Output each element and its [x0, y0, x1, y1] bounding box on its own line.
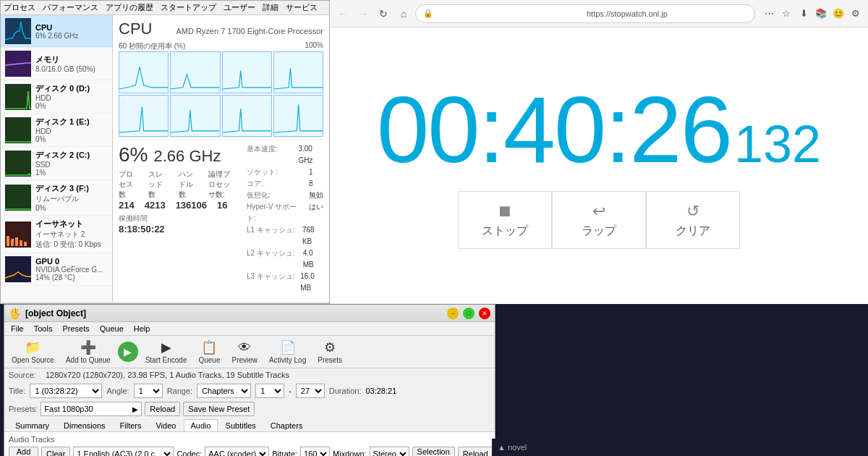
sidebar-item-disk3[interactable]: ディスク 3 (F:) リムーバブル 0% [1, 180, 112, 216]
audio-track-select[interactable]: 1 English (AC3) (2.0 c... [73, 447, 174, 456]
start-encode-play-button[interactable]: ▶ [118, 342, 138, 362]
tab-chapters[interactable]: Chapters [264, 419, 310, 431]
sidebar-item-disk0[interactable]: ディスク 0 (D:) HDD 0% [1, 80, 112, 114]
extensions-button[interactable]: ⋯ [761, 6, 777, 22]
range-label: Range: [167, 387, 192, 395]
sidebar-item-disk1[interactable]: ディスク 1 (E:) HDD 0% [1, 114, 112, 147]
angle-select[interactable]: 1 [134, 384, 163, 398]
save-preset-button[interactable]: Save New Preset [183, 402, 255, 416]
home-button[interactable]: ⌂ [395, 5, 412, 22]
graph-max: 100% [305, 41, 323, 51]
tab-video[interactable]: Video [149, 419, 182, 431]
bitrate-select[interactable]: 160 [300, 447, 330, 456]
open-source-icon: 📁 [25, 339, 41, 355]
cpu-maxspeed-label: 基本速度: [247, 143, 294, 166]
settings-button[interactable]: ⚙ [848, 6, 864, 22]
audio-reload-button[interactable]: Reload [458, 447, 493, 456]
cpu-speed: 2.66 GHz [153, 147, 221, 166]
start-encode-button[interactable]: ▶ Start Encode [141, 338, 192, 366]
preset-arrow-icon[interactable]: ▶ [129, 405, 141, 413]
tab-summary[interactable]: Summary [9, 419, 56, 431]
hb-menu-queue[interactable]: Queue [98, 324, 126, 334]
preview-icon: 👁 [238, 340, 251, 355]
presets-toolbar-button[interactable]: ⚙ Presets [313, 338, 346, 366]
stop-button[interactable]: ⏹ ストップ [458, 191, 552, 249]
download-button[interactable]: ⬇ [796, 6, 812, 22]
sidebar-item-memory[interactable]: メモリ 8.0/16.0 GB (50%) [1, 48, 112, 80]
sidebar-item-ethernet[interactable]: イーサネット イーサネット 2 送信: 0 受信: 0 Kbps [1, 216, 112, 253]
menu-app-history[interactable]: アプリの履歴 [106, 2, 153, 13]
activity-log-button[interactable]: 📄 Activity Log [265, 338, 310, 366]
cpu-l2-label: L2 キャッシュ: [247, 248, 299, 271]
range-from-select[interactable]: 1 [255, 384, 284, 398]
lap-button[interactable]: ↩ ラップ [552, 191, 646, 249]
cpu-processes-label: プロセス数 [119, 169, 134, 200]
sidebar-item-gpu[interactable]: GPU 0 NVIDIA GeForce G... 14% (28 °C) [1, 253, 112, 286]
hb-menu-help[interactable]: Help [132, 324, 153, 334]
reload-preset-button[interactable]: Reload [145, 402, 180, 416]
minimize-button[interactable]: − [447, 308, 459, 319]
open-source-button[interactable]: 📁 Open Source [7, 338, 59, 366]
reload-button[interactable]: ↻ [375, 5, 392, 22]
hb-menu-presets[interactable]: Presets [60, 324, 91, 334]
title-label: Title: [9, 387, 25, 395]
title-select[interactable]: 1 (03:28:22) [30, 384, 102, 398]
presets-icon: ⚙ [324, 339, 336, 355]
graph-labels: 60 秒間の使用率 (%) 100% [119, 41, 323, 51]
browser-window: ← → ↻ ⌂ 🔒 https://stopwatch.onl.jp ⋯ ☆ ⬇… [330, 0, 868, 304]
address-bar[interactable]: 🔒 https://stopwatch.onl.jp [415, 4, 755, 23]
cpu-virt-label: 仮想化: [247, 190, 305, 201]
tab-filters[interactable]: Filters [114, 419, 148, 431]
menu-users[interactable]: ユーザー [224, 2, 255, 13]
cpu-threads-value: 4213 [145, 200, 166, 211]
feedback-button[interactable]: 😊 [830, 6, 846, 22]
handbrake-titlebar: 🖐 [object Object] − □ ✕ [4, 305, 495, 322]
menu-process[interactable]: プロセス [4, 2, 35, 13]
queue-button[interactable]: 📋 Queue [194, 338, 224, 366]
graph-label-text: 60 秒間の使用率 (%) [119, 41, 185, 51]
add-track-button[interactable]: Add Track ▾ [9, 447, 38, 456]
favorites-button[interactable]: ☆ [778, 6, 794, 22]
menu-details[interactable]: 詳細 [263, 2, 278, 13]
preset-selector[interactable]: Fast 1080p30 ▶ [41, 402, 142, 416]
start-encode-icon: ▶ [161, 339, 171, 355]
cpu-hyperv-row: Hyper-V サポート: はい [247, 201, 323, 224]
forward-button[interactable]: → [354, 5, 372, 22]
clear-button[interactable]: ↺ クリア [646, 191, 740, 249]
mixdown-select[interactable]: Stereo [370, 447, 409, 456]
menu-startup[interactable]: スタートアップ [161, 2, 216, 13]
maximize-button[interactable]: □ [463, 308, 475, 319]
cpu-maxspeed-value: 3.00 GHz [298, 143, 323, 166]
close-button[interactable]: ✕ [479, 308, 490, 319]
preview-button[interactable]: 👁 Preview [228, 339, 263, 366]
back-button[interactable]: ← [334, 5, 352, 22]
range-separator: - [289, 387, 292, 395]
menu-services[interactable]: サービス [286, 2, 318, 13]
svg-rect-12 [5, 256, 31, 282]
taskbar-text: ▲ novel [498, 443, 527, 452]
cpu-threads-label: スレッド数 [148, 169, 163, 200]
sidebar-item-cpu[interactable]: CPU 6% 2.66 GHz [1, 15, 112, 48]
tab-audio[interactable]: Audio [184, 419, 217, 431]
cpu-model: AMD Ryzen 7 1700 Eight-Core Processor [176, 27, 323, 35]
range-to-select[interactable]: 27 [296, 384, 325, 398]
disk0-sidebar-sub1: HDD [35, 94, 108, 102]
source-row: Source: 1280x720 (1280x720), 23.98 FPS, … [4, 368, 495, 381]
collections-button[interactable]: 📚 [813, 6, 829, 22]
tab-subtitles[interactable]: Subtitles [219, 419, 263, 431]
hb-menu-tools[interactable]: Tools [32, 324, 55, 334]
clear-tracks-button[interactable]: Clear [41, 447, 70, 456]
svg-rect-3 [5, 117, 31, 143]
add-to-queue-button[interactable]: ➕ Add to Queue [61, 338, 115, 366]
selection-behavior-button[interactable]: Selection Behavior [412, 447, 455, 456]
handbrake-toolbar: 📁 Open Source ➕ Add to Queue ▶ ▶ Start E… [4, 336, 495, 368]
tab-dimensions[interactable]: Dimensions [57, 419, 111, 431]
menu-performance[interactable]: パフォーマンス [43, 2, 98, 13]
hb-menu-file[interactable]: File [9, 324, 26, 334]
range-type-select[interactable]: Chapters [197, 384, 251, 398]
add-queue-label: Add to Queue [66, 356, 111, 364]
disk1-sidebar-sub2: 0% [35, 135, 108, 143]
codec-select[interactable]: AAC (xcoder) [205, 447, 269, 456]
sidebar-item-disk2[interactable]: ディスク 2 (C:) SSD 1% [1, 147, 112, 180]
cpu-sockets-row: ソケット: 1 [247, 166, 323, 178]
